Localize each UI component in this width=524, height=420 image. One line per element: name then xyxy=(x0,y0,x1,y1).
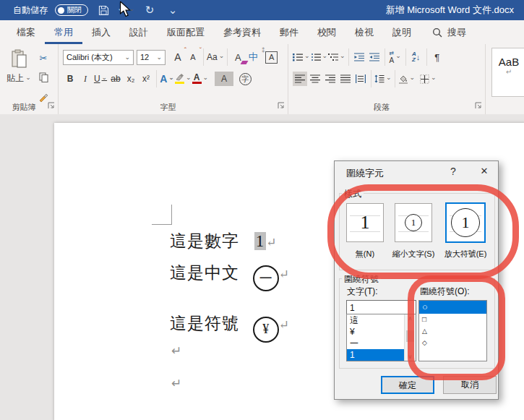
font-size-combo[interactable]: 12 xyxy=(137,50,166,65)
autosave-toggle[interactable]: 關閉 xyxy=(55,4,88,16)
tab-help[interactable]: 說明 xyxy=(383,20,421,44)
doc-line-3[interactable]: 這是符號 ¥↵ xyxy=(170,312,290,343)
style-option-enlarge-symbol[interactable]: 1 xyxy=(445,202,486,243)
justify-icon[interactable] xyxy=(338,72,353,86)
text-list-scrollbar[interactable]: ∧ ∨ xyxy=(404,314,416,361)
superscript-icon[interactable]: x² xyxy=(139,72,153,86)
text-effects-icon[interactable]: A xyxy=(160,72,174,86)
doc-line-2[interactable]: 這是中文 一↵ xyxy=(170,262,290,291)
paragraph-mark: ↵ xyxy=(266,236,277,249)
paste-label: 貼上 xyxy=(5,72,33,85)
group-clipboard: 貼上 ✂ 剪貼簿 xyxy=(0,44,59,114)
toggle-dot-icon xyxy=(58,7,64,14)
sort-icon[interactable]: AZ ↓ xyxy=(409,50,424,64)
style-option-none[interactable]: 1 xyxy=(346,203,384,242)
scroll-down-icon[interactable]: ∨ xyxy=(405,353,416,360)
shading-icon[interactable] xyxy=(398,72,416,86)
search-label: 搜尋 xyxy=(447,26,466,39)
clear-formatting-icon[interactable]: A xyxy=(231,50,245,64)
search-button[interactable]: 搜尋 xyxy=(432,20,466,44)
character-border-icon[interactable]: A xyxy=(265,51,278,64)
subscript-icon[interactable]: x₂ xyxy=(124,72,138,86)
decrease-indent-icon[interactable] xyxy=(352,50,366,64)
font-dialog-launcher[interactable] xyxy=(278,101,285,111)
tab-view[interactable]: 檢視 xyxy=(345,20,383,44)
distribute-icon[interactable] xyxy=(353,72,368,86)
italic-icon[interactable]: I xyxy=(78,72,93,86)
symbol-list-item-selected[interactable]: ○ xyxy=(419,301,486,314)
align-right-icon[interactable] xyxy=(323,72,338,86)
redo-icon[interactable]: ↻ xyxy=(142,2,158,18)
qat-customize-icon[interactable]: ⌄ xyxy=(165,2,181,18)
align-center-icon[interactable] xyxy=(308,72,322,86)
tab-home[interactable]: 常用 xyxy=(45,20,82,44)
symbol-list-item[interactable]: □ xyxy=(419,314,486,325)
tab-layout[interactable]: 版面配置 xyxy=(158,20,214,44)
copy-icon[interactable] xyxy=(36,70,51,85)
ribbon: 貼上 ✂ 剪貼簿 xyxy=(0,44,524,115)
show-marks-icon[interactable]: ¶ xyxy=(430,50,444,64)
bold-icon[interactable]: B xyxy=(63,72,77,86)
line-spacing-icon[interactable] xyxy=(374,72,392,86)
paste-button[interactable]: 貼上 xyxy=(5,49,33,85)
ok-button[interactable]: 確定 xyxy=(381,376,434,394)
paragraph-dialog-launcher[interactable] xyxy=(475,101,482,111)
symbol-list-item[interactable]: ◇ xyxy=(419,337,486,348)
enclosed-character: 一 xyxy=(253,265,279,291)
symbol-list-item[interactable]: △ xyxy=(419,325,486,337)
symbol-listbox[interactable]: ○ □ △ ◇ xyxy=(418,300,487,361)
text-input[interactable]: 1 xyxy=(346,300,416,314)
paragraph-mark: ↵ xyxy=(279,318,290,332)
change-case-icon[interactable]: Aa xyxy=(207,50,224,64)
titlebar: 自動儲存 關閉 ↶ ↻ ⌄ 新增 Microsoft Word 文件.docx xyxy=(0,0,524,20)
borders-icon[interactable] xyxy=(420,72,437,86)
enclose-characters-icon[interactable]: 字 xyxy=(239,73,252,85)
group-styles: AaB ↵ xyxy=(486,44,524,114)
clipboard-group-label: 剪貼簿 xyxy=(0,102,48,113)
empty-paragraph-mark: ↵ xyxy=(171,376,181,390)
scrollbar-thumb[interactable] xyxy=(406,330,414,342)
character-shading-icon[interactable]: A xyxy=(215,72,233,86)
cut-icon[interactable]: ✂ xyxy=(36,51,51,65)
asian-layout-icon[interactable]: ⇄A xyxy=(388,50,403,64)
dialog-help-button[interactable]: ? xyxy=(444,166,462,177)
shrink-font-icon[interactable]: A xyxy=(186,50,200,64)
save-icon[interactable] xyxy=(95,2,111,18)
align-left-icon[interactable] xyxy=(293,72,307,86)
highlight-color-icon[interactable] xyxy=(175,72,192,86)
numbered-list-icon[interactable] xyxy=(311,50,328,64)
style-option-none-label[interactable]: 無(N) xyxy=(340,249,390,260)
grow-font-icon[interactable]: A xyxy=(171,50,185,64)
scroll-up-icon[interactable]: ∧ xyxy=(405,315,416,322)
clipboard-dialog-launcher[interactable] xyxy=(48,101,55,111)
doc-line-1[interactable]: 這是數字 1↵ xyxy=(170,230,278,252)
group-paragraph: ⇄A AZ ↓ ¶ xyxy=(288,44,486,114)
multilevel-list-icon[interactable] xyxy=(328,50,345,64)
tab-file[interactable]: 檔案 xyxy=(7,20,45,44)
font-color-icon[interactable]: A xyxy=(192,72,209,86)
highlighter-pen-icon xyxy=(175,74,184,81)
symbol-field-label: 圍繞符號(O): xyxy=(418,286,472,298)
tab-mailings[interactable]: 郵件 xyxy=(270,20,308,44)
autosave-state: 關閉 xyxy=(67,6,82,14)
tab-design[interactable]: 設計 xyxy=(120,20,158,44)
style-preview-card[interactable]: AaB ↵ xyxy=(491,48,524,97)
font-name-combo[interactable]: Calibri (本文) xyxy=(63,50,134,65)
phonetic-guide-icon[interactable]: 中 xyxy=(246,50,260,64)
tab-insert[interactable]: 插入 xyxy=(82,20,120,44)
text-listbox[interactable]: 這 ¥ 一 1 ∧ ∨ xyxy=(346,314,416,361)
style-option-shrink-text[interactable]: 1 xyxy=(395,203,432,242)
cancel-button[interactable]: 取消 xyxy=(443,376,497,394)
strikethrough-icon[interactable]: ab xyxy=(108,72,123,86)
doc-line-1-selected-char[interactable]: 1 xyxy=(254,232,267,250)
tab-references[interactable]: 參考資料 xyxy=(214,20,270,44)
tab-review[interactable]: 校閱 xyxy=(308,20,345,44)
underline-icon[interactable]: U xyxy=(93,72,108,86)
ribbon-tabs: 檔案 常用 插入 設計 版面配置 參考資料 郵件 校閱 檢視 說明 搜尋 xyxy=(0,20,524,44)
bullet-list-icon[interactable] xyxy=(293,50,310,64)
increase-indent-icon[interactable] xyxy=(367,50,382,64)
style-option-shrink-label[interactable]: 縮小文字(S) xyxy=(388,249,439,260)
style-option-enlarge-label[interactable]: 放大符號(E) xyxy=(440,249,491,260)
dialog-close-button[interactable]: ✕ xyxy=(473,163,495,180)
text-field-label: 文字(T): xyxy=(345,286,380,298)
